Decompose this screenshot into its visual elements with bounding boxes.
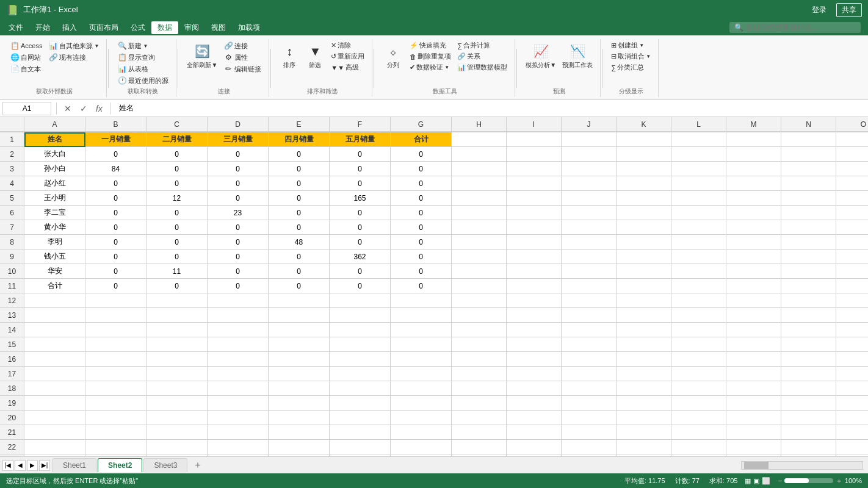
sheet-nav-first[interactable]: |◀ [2, 460, 13, 471]
cell-L2[interactable] [671, 147, 726, 162]
cell-D21[interactable] [208, 425, 269, 440]
cell-M12[interactable] [726, 293, 781, 308]
cell-L12[interactable] [671, 293, 726, 308]
cell-M18[interactable] [726, 381, 781, 396]
cell-L10[interactable] [671, 264, 726, 279]
cell-O15[interactable] [836, 337, 868, 352]
cell-O11[interactable] [836, 279, 868, 293]
cell-O6[interactable] [836, 206, 868, 220]
web-button[interactable]: 🌐 自网站 [7, 52, 45, 63]
cell-N10[interactable] [781, 264, 836, 279]
cell-F11[interactable]: 0 [330, 279, 391, 293]
filter-button[interactable]: ▼ 筛选 [303, 40, 327, 71]
cell-N1[interactable] [781, 132, 836, 147]
manage-model-button[interactable]: 📊 管理数据模型 [455, 62, 510, 73]
cell-D9[interactable]: 0 [208, 249, 269, 264]
edit-links-button[interactable]: ✏ 编辑链接 [221, 63, 264, 74]
cell-J14[interactable] [562, 323, 617, 337]
cell-B7[interactable]: 0 [85, 220, 146, 235]
cell-I9[interactable] [507, 249, 562, 264]
col-header-i[interactable]: I [507, 117, 562, 132]
row-header-8[interactable]: 8 [0, 235, 24, 249]
from-table-button[interactable]: 📊 从表格 [115, 63, 171, 74]
cell-O1[interactable] [836, 132, 868, 147]
cell-C4[interactable]: 0 [146, 176, 208, 191]
cell-A2[interactable]: 张大白 [24, 147, 85, 162]
cell-F14[interactable] [330, 323, 391, 337]
cell-O8[interactable] [836, 235, 868, 249]
advanced-button[interactable]: ▼▼ 高级 [328, 62, 367, 73]
cell-E19[interactable] [269, 396, 330, 411]
cell-C17[interactable] [146, 367, 208, 381]
cell-A10[interactable]: 华安 [24, 264, 85, 279]
cell-D14[interactable] [208, 323, 269, 337]
cell-C5[interactable]: 12 [146, 191, 208, 206]
cell-G2[interactable]: 0 [391, 147, 452, 162]
scrollbar-thumb[interactable] [744, 462, 769, 469]
consolidate-button[interactable]: ∑ 合并计算 [455, 40, 510, 51]
cell-G16[interactable] [391, 352, 452, 367]
cell-M7[interactable] [726, 220, 781, 235]
cell-G17[interactable] [391, 367, 452, 381]
cell-F1[interactable]: 五月销量 [330, 132, 391, 147]
show-query-button[interactable]: 📋 显示查询 [115, 52, 171, 63]
cell-L14[interactable] [671, 323, 726, 337]
cell-M1[interactable] [726, 132, 781, 147]
cell-J17[interactable] [562, 367, 617, 381]
cell-E4[interactable]: 0 [269, 176, 330, 191]
cell-G6[interactable]: 0 [391, 206, 452, 220]
sheet-tab-1[interactable]: Sheet1 [52, 458, 96, 472]
cell-O2[interactable] [836, 147, 868, 162]
cell-A1[interactable]: 姓名 [24, 132, 85, 147]
zoom-in-icon[interactable]: ＋ [836, 476, 842, 486]
row-header-10[interactable]: 10 [0, 264, 24, 279]
cell-H4[interactable] [452, 176, 507, 191]
cell-H22[interactable] [452, 440, 507, 454]
normal-view-icon[interactable]: ▦ [745, 477, 751, 485]
cell-F2[interactable]: 0 [330, 147, 391, 162]
cell-D15[interactable] [208, 337, 269, 352]
cell-M14[interactable] [726, 323, 781, 337]
relationships-button[interactable]: 🔗 关系 [455, 51, 510, 62]
cell-K8[interactable] [617, 235, 671, 249]
cell-J1[interactable] [562, 132, 617, 147]
row-header-11[interactable]: 11 [0, 279, 24, 293]
cell-L16[interactable] [671, 352, 726, 367]
cell-C20[interactable] [146, 411, 208, 425]
cell-H2[interactable] [452, 147, 507, 162]
formula-input[interactable] [115, 103, 866, 114]
cell-M4[interactable] [726, 176, 781, 191]
cell-M6[interactable] [726, 206, 781, 220]
cell-J3[interactable] [562, 162, 617, 176]
cell-B19[interactable] [85, 396, 146, 411]
col-header-h[interactable]: H [452, 117, 507, 132]
cell-I1[interactable] [507, 132, 562, 147]
row-header-19[interactable]: 19 [0, 396, 24, 411]
row-header-1[interactable]: 1 [0, 132, 24, 147]
cell-K22[interactable] [617, 440, 671, 454]
cell-K5[interactable] [617, 191, 671, 206]
cell-D7[interactable]: 0 [208, 220, 269, 235]
cell-H3[interactable] [452, 162, 507, 176]
cell-O14[interactable] [836, 323, 868, 337]
cell-F13[interactable] [330, 308, 391, 323]
cell-A7[interactable]: 黄小华 [24, 220, 85, 235]
cell-N11[interactable] [781, 279, 836, 293]
cell-A16[interactable] [24, 352, 85, 367]
cell-F16[interactable] [330, 352, 391, 367]
cell-E16[interactable] [269, 352, 330, 367]
cell-K13[interactable] [617, 308, 671, 323]
cell-G7[interactable]: 0 [391, 220, 452, 235]
row-header-21[interactable]: 21 [0, 425, 24, 440]
cell-M11[interactable] [726, 279, 781, 293]
cell-L15[interactable] [671, 337, 726, 352]
cell-E10[interactable]: 0 [269, 264, 330, 279]
row-header-13[interactable]: 13 [0, 308, 24, 323]
insert-function-icon[interactable]: fx [93, 104, 105, 113]
cell-D17[interactable] [208, 367, 269, 381]
cell-F3[interactable]: 0 [330, 162, 391, 176]
cell-K3[interactable] [617, 162, 671, 176]
cell-D22[interactable] [208, 440, 269, 454]
cell-I12[interactable] [507, 293, 562, 308]
cell-I21[interactable] [507, 425, 562, 440]
